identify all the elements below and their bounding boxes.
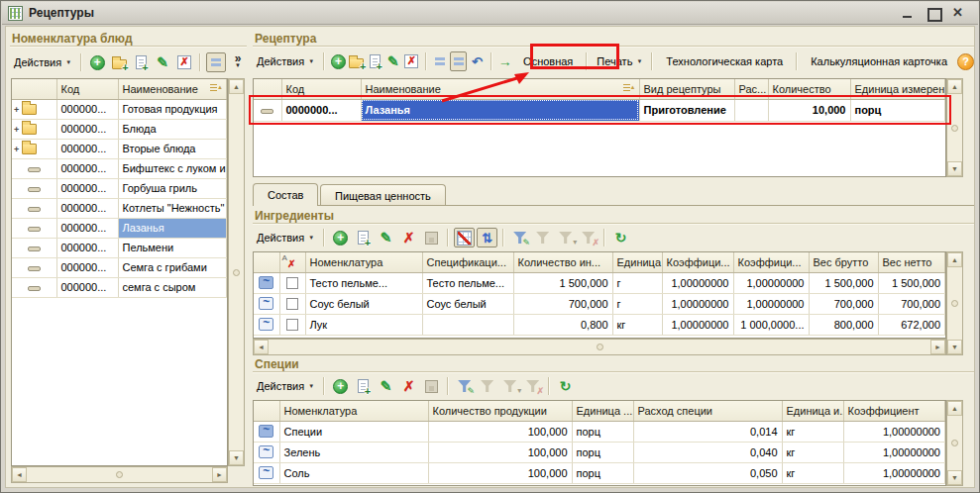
edit-button[interactable] [385, 51, 402, 71]
refresh-button[interactable] [555, 376, 576, 396]
ingredients-vertical-scrollbar[interactable]: ▲ ▼ [946, 251, 963, 355]
checkbox[interactable] [286, 319, 298, 331]
add-button[interactable] [330, 376, 351, 396]
spice-qty-column-header[interactable]: Количество продукции [428, 401, 572, 421]
ingredient-row[interactable]: Тесто пельме... Тесто пельме... 1 500,00… [254, 272, 945, 293]
tree-name-column-header[interactable]: Наименование [118, 79, 227, 99]
sort-toggle-button[interactable] [477, 228, 497, 247]
tree-row-item[interactable]: 000000... Пельмени [12, 238, 227, 257]
ingredient-name-column-header[interactable]: Номенклатура [305, 252, 422, 272]
ingredient-k2-column-header[interactable]: Коэффици... [733, 252, 809, 272]
tech-card-button[interactable]: Технологическая карта [658, 52, 791, 70]
spices-vertical-scrollbar[interactable]: ▲ ▼ [946, 400, 963, 486]
tree-row-item[interactable]: 000000... Горбуша гриль [12, 178, 227, 198]
recipe-type-column-header[interactable]: Вид рецептуры [639, 79, 734, 99]
ingredient-net-column-header[interactable]: Вес нетто [878, 252, 945, 272]
recipe-row-selected[interactable]: 0000000... Лазанья Приготовление 10,000 … [254, 99, 945, 121]
copy-button[interactable] [131, 52, 151, 72]
spice-unit-column-header[interactable]: Единица ... [572, 401, 633, 421]
scroll-left-icon[interactable]: ◄ [12, 467, 27, 482]
hierarchy-view-button[interactable] [206, 52, 226, 72]
ingredient-row[interactable]: Лук 0,800 кг 1,00000000 1 000,0000... 80… [254, 314, 945, 335]
tree-row-item[interactable]: 000000... Семга с грибами [12, 257, 227, 277]
grid-toggle-button[interactable] [454, 228, 475, 247]
help-button[interactable] [957, 51, 974, 71]
checkbox[interactable] [286, 298, 298, 310]
scroll-down-icon[interactable]: ▼ [947, 470, 962, 485]
add-button[interactable] [87, 52, 107, 72]
tree-row-folder[interactable]: 000000... Вторые блюда [12, 139, 227, 158]
expand-icon[interactable] [14, 105, 22, 115]
close-icon[interactable] [952, 7, 966, 19]
minimize-icon[interactable] [901, 7, 915, 19]
copy-button[interactable] [353, 228, 374, 247]
delete-button[interactable] [174, 52, 194, 72]
tree-row-item[interactable]: 000000... Бифштекс с луком и ... [12, 158, 227, 178]
print-button[interactable]: Печать [593, 53, 646, 69]
scroll-down-icon[interactable]: ▼ [947, 161, 962, 176]
calc-card-button[interactable]: Калькуляционная карточка [803, 52, 955, 70]
ingredient-unit-column-header[interactable]: Единица [612, 252, 662, 272]
tree-row-item[interactable]: 000000... семга с сыром [12, 277, 227, 297]
copy-button[interactable] [353, 376, 374, 396]
scroll-left-icon[interactable]: ◄ [254, 340, 269, 354]
recipe-ras-column-header[interactable]: Рас... [734, 79, 768, 99]
delete-button[interactable] [403, 51, 420, 71]
spice-row[interactable]: Специи 100,000 порц 0,014 кг 1,00000000 [254, 421, 945, 442]
maximize-icon[interactable] [926, 7, 940, 19]
edit-button[interactable] [376, 376, 396, 396]
scroll-up-icon[interactable]: ▲ [947, 79, 962, 94]
hierarchical-view-button[interactable] [450, 51, 467, 71]
recipe-unit-column-header[interactable]: Единица измерения [850, 79, 945, 99]
main-recipe-button[interactable]: Основная [515, 52, 581, 70]
scroll-up-icon[interactable]: ▲ [229, 79, 244, 94]
ingredient-exclude-column-header[interactable] [279, 252, 305, 272]
filter-settings-button[interactable] [509, 228, 530, 247]
scroll-down-icon[interactable]: ▼ [229, 450, 244, 465]
tab-nutrition[interactable]: Пищевая ценность [320, 184, 446, 206]
delete-button[interactable] [398, 228, 419, 247]
spice-row[interactable]: Соль 100,000 порц 0,050 кг 1,00000000 [254, 462, 945, 483]
left-vertical-scrollbar[interactable]: ▲ ▼ [228, 78, 245, 466]
tree-row-item-selected[interactable]: 000000... Лазанья [12, 218, 227, 238]
add-group-button[interactable] [349, 51, 366, 71]
add-group-button[interactable] [109, 52, 129, 72]
toolbar-overflow-button[interactable] [228, 52, 248, 72]
tree-row-folder[interactable]: 000000... Готовая продукция [12, 99, 227, 119]
recipe-vertical-scrollbar[interactable]: ▲ ▼ [946, 78, 963, 177]
ingredient-icon-column-header[interactable] [254, 252, 279, 272]
scroll-down-icon[interactable]: ▼ [947, 340, 962, 354]
left-actions-button[interactable]: Действия [10, 54, 75, 70]
copy-button[interactable] [367, 51, 383, 71]
tree-row-folder[interactable]: 000000... Блюда [12, 119, 227, 139]
spice-unit2-column-header[interactable]: Единица и... [782, 401, 843, 421]
list-view-button[interactable] [432, 51, 449, 71]
ingredient-gross-column-header[interactable]: Вес брутто [809, 252, 878, 272]
left-horizontal-scrollbar[interactable]: ◄ ► [11, 466, 228, 483]
ingredients-horizontal-scrollbar[interactable]: ◄ ► [253, 339, 946, 355]
ingredient-spec-column-header[interactable]: Спецификаци... [422, 252, 513, 272]
recipe-icon-column-header[interactable] [254, 79, 281, 99]
delete-button[interactable] [398, 376, 419, 396]
refresh-button[interactable] [610, 228, 631, 247]
add-button[interactable] [330, 51, 347, 71]
ingredients-actions-button[interactable]: Действия [253, 230, 318, 246]
spices-actions-button[interactable]: Действия [253, 378, 318, 394]
spice-row[interactable]: Зелень 100,000 порц 0,040 кг 1,00000000 [254, 442, 945, 462]
edit-button[interactable] [153, 52, 172, 72]
tree-code-column-header[interactable]: Код [56, 79, 118, 99]
checkbox[interactable] [286, 277, 298, 289]
ingredient-k1-column-header[interactable]: Коэффици... [662, 252, 733, 272]
expand-icon[interactable] [14, 145, 22, 154]
filter-settings-button[interactable] [454, 376, 475, 396]
spice-icon-column-header[interactable] [254, 401, 279, 421]
edit-button[interactable] [376, 228, 396, 247]
spice-coef-column-header[interactable]: Коэффициент [843, 401, 945, 421]
ingredient-qty-column-header[interactable]: Количество ин... [513, 252, 612, 272]
window-titlebar[interactable]: Рецептуры [2, 2, 978, 25]
spice-name-column-header[interactable]: Номенклатура [279, 401, 428, 421]
add-button[interactable] [330, 228, 351, 247]
recipe-actions-button[interactable]: Действия [253, 53, 318, 69]
scroll-right-icon[interactable]: ► [212, 467, 227, 482]
tree-icon-column-header[interactable] [12, 79, 56, 99]
